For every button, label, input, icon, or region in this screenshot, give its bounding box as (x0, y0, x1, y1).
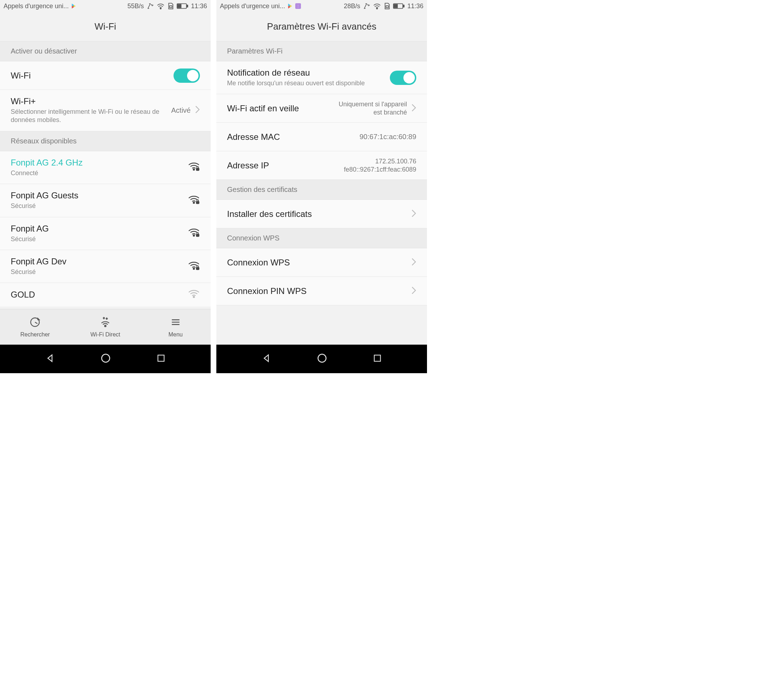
status-speed: 55B/s (127, 3, 144, 10)
menu-button[interactable]: Menu (140, 309, 211, 345)
nav-back-icon[interactable] (262, 353, 272, 365)
section-params: Paramètres Wi-Fi (216, 41, 427, 62)
network-row[interactable]: Fonpit AG Guests Sécurisé (0, 184, 211, 217)
network-notification-row[interactable]: Notification de réseau Me notifie lorsqu… (216, 62, 427, 94)
network-row[interactable]: GOLD (0, 283, 211, 307)
nav-home-icon[interactable] (317, 353, 327, 365)
wifi-icon (188, 289, 200, 300)
wifi-status-icon (157, 3, 164, 9)
notif-toggle-switch[interactable] (390, 71, 416, 85)
svg-rect-26 (374, 355, 380, 361)
wifi-toggle-switch[interactable] (174, 68, 200, 83)
svg-rect-12 (196, 267, 199, 269)
network-status: Sécurisé (11, 202, 188, 210)
wps-connection-row[interactable]: Connexion WPS (216, 248, 427, 277)
svg-rect-23 (403, 5, 404, 7)
status-speed: 28B/s (344, 3, 360, 10)
refresh-icon (29, 317, 41, 329)
toolbar-direct-label: Wi-Fi Direct (90, 331, 120, 338)
svg-point-13 (193, 297, 195, 298)
svg-point-9 (193, 235, 195, 237)
svg-point-20 (377, 8, 378, 9)
nav-recent-icon[interactable] (373, 354, 382, 364)
wifi-plus-row[interactable]: Wi-Fi+ Sélectionner intelligemment le Wi… (0, 90, 211, 131)
network-name: Fonpit AG (11, 224, 188, 234)
install-cert-row[interactable]: Installer des certificats (216, 200, 427, 228)
chevron-right-icon (195, 105, 200, 115)
svg-rect-17 (158, 355, 164, 361)
ip-title: Adresse IP (227, 161, 344, 170)
wps-conn-label: Connexion WPS (227, 258, 411, 268)
android-nav-bar (216, 345, 427, 373)
network-name: GOLD (11, 290, 188, 300)
svg-rect-6 (196, 169, 199, 170)
menu-icon (170, 317, 181, 329)
play-store-icon (287, 3, 293, 9)
search-button[interactable]: Rechercher (0, 309, 70, 345)
svg-point-16 (102, 354, 110, 362)
svg-point-11 (193, 268, 195, 269)
wifi-direct-button[interactable]: Wi-Fi Direct (70, 309, 141, 345)
svg-rect-24 (394, 4, 397, 8)
svg-rect-4 (178, 4, 181, 8)
notif-sub: Me notifie lorsqu'un réseau ouvert est d… (227, 79, 390, 88)
content-area: Paramètres Wi-Fi Notification de réseau … (216, 41, 427, 345)
wifi-plus-title: Wi-Fi+ (11, 96, 171, 106)
network-status: Connecté (11, 169, 188, 177)
ip-value-1: 172.25.100.76 (344, 157, 416, 166)
wifi-secure-icon (188, 261, 200, 272)
chevron-right-icon (411, 286, 416, 296)
network-row[interactable]: Fonpit AG Sécurisé (0, 217, 211, 250)
notif-title: Notification de réseau (227, 68, 390, 78)
network-row[interactable]: Fonpit AG Dev Sécurisé (0, 250, 211, 283)
status-bar: Appels d'urgence uni... ⋮ 28B/s 11:36 (216, 0, 427, 12)
svg-point-7 (193, 202, 195, 203)
wifi-toggle-label: Wi-Fi (11, 71, 174, 81)
status-time: 11:36 (191, 3, 207, 10)
nav-back-icon[interactable] (46, 353, 55, 365)
section-cert: Gestion des certificats (216, 180, 427, 200)
install-cert-label: Installer des certificats (227, 209, 411, 219)
page-title: Wi-Fi (0, 12, 211, 41)
network-name: Fonpit AG Guests (11, 190, 188, 201)
battery-icon (177, 3, 188, 9)
nav-home-icon[interactable] (100, 353, 111, 365)
wifi-sleep-row[interactable]: Wi-Fi actif en veille Uniquement si l'ap… (216, 94, 427, 123)
section-networks: Réseaux disponibles (0, 131, 211, 151)
vibrate-icon (147, 3, 154, 10)
status-carrier: Appels d'urgence uni... (220, 3, 285, 10)
sim-icon (384, 3, 390, 10)
wifi-plus-value: Activé (171, 106, 190, 115)
status-bar: Appels d'urgence uni... 55B/s 11:36 (0, 0, 211, 12)
toolbar-search-label: Rechercher (20, 331, 50, 338)
bottom-toolbar: Rechercher Wi-Fi Direct Menu (0, 309, 211, 345)
svg-point-15 (105, 325, 106, 326)
svg-point-5 (193, 169, 195, 170)
sleep-value: Uniquement si l'appareil est branché (329, 100, 407, 117)
wps-pin-row[interactable]: Connexion PIN WPS (216, 277, 427, 305)
android-nav-bar (0, 345, 211, 373)
ip-value-2: fe80::9267:1cff:feac:6089 (344, 166, 416, 174)
wifi-status-icon (373, 3, 381, 9)
sim-icon (168, 3, 174, 10)
network-row[interactable]: Fonpit AG 2.4 GHz Connecté (0, 151, 211, 184)
status-time: 11:36 (407, 3, 423, 10)
nav-recent-icon[interactable] (156, 354, 166, 364)
screen-wifi: Appels d'urgence uni... 55B/s 11:36 Wi-F… (0, 0, 211, 373)
wifi-toggle-row[interactable]: Wi-Fi (0, 62, 211, 90)
battery-icon (393, 3, 405, 9)
content-area: Activer ou désactiver Wi-Fi Wi-Fi+ Sélec… (0, 41, 211, 345)
toolbar-menu-label: Menu (169, 331, 183, 338)
svg-rect-10 (196, 234, 199, 237)
wifi-secure-icon (188, 195, 200, 206)
section-toggle: Activer ou désactiver (0, 41, 211, 62)
vibrate-icon (363, 3, 370, 10)
mac-value: 90:67:1c:ac:60:89 (359, 133, 416, 141)
wifi-secure-icon (188, 162, 200, 173)
play-store-icon (71, 3, 77, 9)
svg-rect-3 (187, 5, 188, 7)
svg-text:⋮: ⋮ (296, 4, 300, 8)
ip-address-row: Adresse IP 172.25.100.76 fe80::9267:1cff… (216, 151, 427, 180)
app-badge-icon: ⋮ (295, 3, 301, 9)
status-carrier: Appels d'urgence uni... (3, 3, 69, 10)
